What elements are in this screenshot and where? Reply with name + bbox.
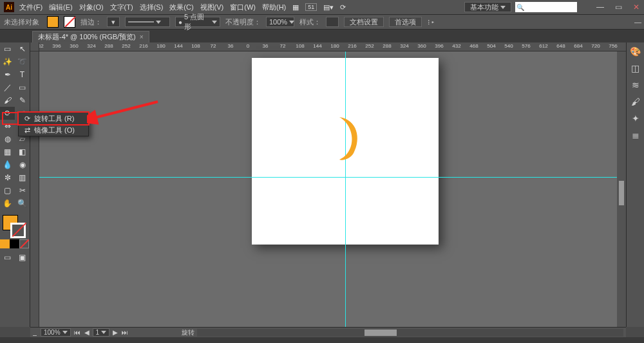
zoom-field[interactable]: 100% (41, 328, 71, 337)
rotate-tool[interactable]: ⟳ (0, 107, 15, 120)
brushes-panel-icon[interactable]: 🖌 (629, 95, 642, 108)
nav-next-icon[interactable]: ▶ (111, 329, 120, 336)
type-tool[interactable]: T (15, 68, 30, 81)
scrollbar-h-thumb[interactable] (365, 329, 397, 336)
window-minimize[interactable]: — (592, 3, 608, 12)
direct-selection-tool[interactable]: ↖ (15, 42, 30, 55)
doc-min-icon[interactable]: — (634, 18, 641, 26)
menu-effect[interactable]: 效果(C) (169, 3, 193, 12)
opacity-field[interactable]: 100% (266, 17, 294, 27)
zoom-out-icon[interactable]: ⎯ (30, 329, 39, 336)
ruler-tick: 180 (156, 43, 165, 49)
slice-tool[interactable]: ✂ (15, 184, 30, 197)
ruler-tick: 432 (452, 43, 460, 49)
graph-tool[interactable]: ▥ (15, 171, 30, 184)
menu-type[interactable]: 文字(T) (110, 3, 133, 12)
scrollbar-horizontal[interactable] (197, 329, 623, 337)
menu-select[interactable]: 选择(S) (140, 3, 164, 12)
color-panel-icon[interactable]: 🎨 (629, 45, 642, 58)
ruler-tick: 360 (70, 43, 78, 49)
ruler-tick: 36 (263, 43, 269, 49)
rectangle-tool[interactable]: ▭ (15, 81, 30, 94)
hand-tool[interactable]: ✋ (0, 197, 15, 210)
menu-extra-4[interactable]: ⟳ (340, 3, 346, 12)
document-tab-bar: 未标题-4* @ 100% (RGB/预览) × (0, 30, 644, 42)
gradient-tool[interactable]: ◧ (15, 145, 30, 158)
menu-view[interactable]: 视图(V) (200, 3, 224, 12)
ruler-origin[interactable] (30, 42, 39, 51)
ruler-tick: 108 (191, 43, 200, 49)
screen-mode-normal[interactable]: ▭ (0, 251, 15, 264)
scrollbar-vertical[interactable] (617, 51, 626, 327)
artboard-tool[interactable]: ▢ (0, 184, 15, 197)
fill-swatch[interactable] (47, 16, 59, 28)
gradient-mode-icon[interactable] (10, 239, 19, 248)
symbol-sprayer-tool[interactable]: ✼ (0, 171, 15, 184)
stroke-color-icon[interactable] (10, 223, 26, 238)
scrollbar-v-thumb[interactable] (618, 180, 625, 206)
workspace-switcher[interactable]: 基本功能 (464, 2, 511, 12)
ruler-tick: 72 (211, 43, 216, 49)
menu-window[interactable]: 窗口(W) (230, 3, 256, 12)
preferences-button[interactable]: 首选项 (389, 17, 422, 27)
eyedropper-tool[interactable]: 💧 (0, 158, 15, 171)
stroke-swatch[interactable] (64, 16, 75, 28)
ruler-tick: 252 (365, 43, 374, 49)
panel-dock: 🎨 ◫ ≋ 🖌 ✦ ≣ (626, 42, 644, 327)
menu-extra-3[interactable]: ▤▾ (323, 3, 334, 12)
color-mode-icon[interactable] (0, 239, 10, 248)
control-overflow-icon[interactable]: ⫶▸ (427, 18, 435, 26)
none-mode-icon[interactable] (19, 239, 29, 248)
guide-vertical[interactable] (345, 51, 346, 327)
flyout-rotate-tool[interactable]: ⟳ 旋转工具 (R) (19, 113, 88, 124)
ruler-vertical[interactable] (30, 51, 39, 327)
nav-prev-icon[interactable]: ◀ (82, 329, 91, 336)
zoom-value: 100% (44, 329, 61, 336)
paintbrush-tool[interactable]: 🖌 (0, 94, 15, 107)
menu-file[interactable]: 文件(F) (19, 3, 43, 12)
swatches-panel-icon[interactable]: ◫ (629, 62, 642, 75)
window-close[interactable]: ✕ (629, 3, 644, 12)
menu-help[interactable]: 帮助(H) (262, 3, 286, 12)
stroke-profile-field[interactable] (125, 17, 170, 27)
guide-horizontal[interactable] (39, 177, 626, 178)
ruler-tick: 648 (556, 43, 565, 49)
magic-wand-tool[interactable]: ✨ (0, 55, 15, 68)
window-restore[interactable]: ▭ (611, 3, 626, 12)
pencil-tool[interactable]: ✎ (15, 94, 30, 107)
brush-field[interactable]: ● 5 点圆形 (175, 17, 220, 27)
mesh-tool[interactable]: ▦ (0, 145, 15, 158)
menu-edit[interactable]: 编辑(E) (49, 3, 73, 12)
menu-extra-2[interactable]: 51 (305, 3, 317, 11)
fill-stroke-indicator[interactable] (0, 214, 30, 239)
zoom-tool[interactable]: 🔍 (15, 197, 30, 210)
selection-tool[interactable]: ▭ (0, 42, 15, 55)
stroke-panel-icon[interactable]: ≋ (629, 79, 642, 91)
nav-last-icon[interactable]: ⏭ (120, 329, 130, 336)
width-tool[interactable]: ⇔ (0, 120, 15, 133)
control-bar: 未选择对象 描边： ▾ ● 5 点圆形 不透明度： 100% 样式： 文档设置 … (0, 14, 644, 30)
search-input[interactable]: 🔍 (515, 2, 577, 12)
ruler-horizontal[interactable]: 4323963603242882522161801441087236036721… (39, 42, 626, 51)
blend-tool[interactable]: ◉ (15, 158, 30, 171)
nav-first-icon[interactable]: ⏮ (72, 329, 82, 336)
layers-panel-icon[interactable]: ≣ (629, 129, 642, 142)
opacity-value: 100% (269, 18, 287, 26)
document-tab-close[interactable]: × (140, 33, 144, 41)
menu-object[interactable]: 对象(O) (79, 3, 104, 12)
stroke-weight-field[interactable]: ▾ (107, 17, 120, 27)
pen-tool[interactable]: ✒ (0, 68, 15, 81)
line-tool[interactable]: ／ (0, 81, 15, 94)
lasso-tool[interactable]: ➰ (15, 55, 30, 68)
document-setup-button[interactable]: 文档设置 (344, 17, 384, 27)
page-field[interactable]: 1 (93, 328, 110, 337)
canvas[interactable] (39, 51, 626, 327)
document-tab[interactable]: 未标题-4* @ 100% (RGB/预览) × (32, 31, 149, 42)
flyout-reflect-tool[interactable]: ⇄ 镜像工具 (O) (19, 124, 88, 136)
shape-builder-tool[interactable]: ◍ (0, 133, 15, 145)
style-field[interactable] (326, 17, 339, 27)
menu-extra-1[interactable]: ▦ (292, 3, 299, 12)
screen-mode-full[interactable]: ▣ (15, 251, 30, 264)
artwork-moon-shape[interactable] (336, 116, 364, 161)
symbols-panel-icon[interactable]: ✦ (629, 112, 642, 125)
